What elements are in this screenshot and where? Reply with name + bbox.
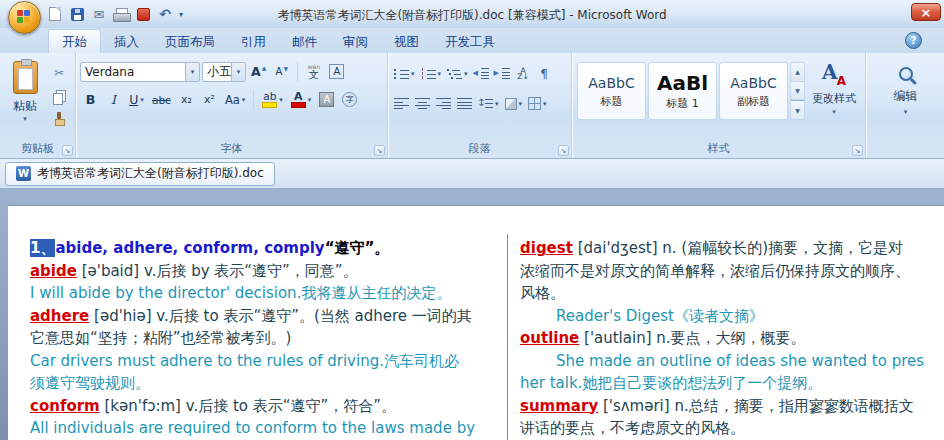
- left-column: 1、abide, adhere, conform, comply“遵守”。abi…: [30, 237, 507, 440]
- doc-line: outline ['autlain] n.要点，大纲，概要。: [520, 327, 944, 350]
- clipboard-dialog-launcher[interactable]: [62, 145, 73, 156]
- clipboard-group: 粘贴 ▾ 剪贴板: [0, 53, 76, 158]
- cut-button[interactable]: [48, 63, 70, 83]
- document-tab-label: 考博英语常考词汇大全(附音标打印版).doc: [37, 165, 264, 182]
- numbering-button[interactable]: [419, 63, 444, 84]
- doc-line: adhere [əd'hiə] v.后接 to 表示“遵守”。(当然 adher…: [30, 305, 507, 328]
- change-styles-button[interactable]: AA 更改样式 ▾: [809, 58, 859, 142]
- decrease-indent-button[interactable]: [472, 63, 491, 84]
- window-title: 考博英语常考词汇大全(附音标打印版).doc [兼容模式] - Microsof…: [160, 7, 784, 24]
- numbered-list-icon: [421, 68, 436, 79]
- text-segment-word: abide: [30, 262, 77, 280]
- grow-font-button[interactable]: [248, 61, 269, 82]
- change-case-button[interactable]: [222, 89, 248, 110]
- character-border-icon: [329, 64, 344, 79]
- office-button[interactable]: [8, 1, 41, 34]
- show-formatting-marks-button[interactable]: [535, 63, 554, 84]
- ribbon-tab-insert[interactable]: 插入: [101, 31, 152, 53]
- increase-indent-button[interactable]: [493, 63, 512, 84]
- font-color-button[interactable]: [288, 89, 315, 110]
- multilevel-list-button[interactable]: [445, 63, 470, 84]
- save-button[interactable]: [68, 5, 86, 23]
- ribbon-tab-mailings[interactable]: 邮件: [279, 31, 330, 53]
- borders-button[interactable]: [526, 93, 549, 114]
- gallery-scroll-up-icon[interactable]: [791, 63, 804, 82]
- enclose-characters-button[interactable]: [339, 89, 360, 110]
- italic-button[interactable]: [103, 89, 124, 110]
- shrink-font-button[interactable]: [271, 61, 292, 82]
- ribbon-tab-page-layout[interactable]: 页面布局: [152, 31, 228, 53]
- ribbon-tab-references[interactable]: 引用: [228, 31, 279, 53]
- font-size-combo[interactable]: 小五: [202, 62, 246, 82]
- multilevel-list-icon: [447, 68, 462, 79]
- copy-icon: [53, 90, 65, 103]
- strikethrough-button[interactable]: [149, 89, 174, 110]
- email-button[interactable]: [90, 5, 108, 23]
- align-right-icon: [436, 98, 451, 109]
- align-left-button[interactable]: [392, 93, 411, 114]
- ribbon-tab-developer[interactable]: 开发工具: [432, 31, 508, 53]
- font-dialog-launcher[interactable]: [374, 145, 385, 156]
- text-segment-def: 浓缩而不是对原文的简单解释，浓缩后仍保持原文的顺序、: [520, 262, 910, 280]
- bullets-button[interactable]: [392, 63, 417, 84]
- style-heading-1[interactable]: AaBl标题 1: [648, 62, 717, 120]
- ribbon-tab-home[interactable]: 开始: [48, 29, 101, 53]
- character-border-button[interactable]: [326, 61, 347, 82]
- text-segment-def: [əd'hiə] v.后接 to 表示“遵守”。(当然 adhere 一词的其: [89, 307, 472, 325]
- doc-line: digest [dai'dʒest] n. (篇幅较长的)摘要，文摘，它是对: [520, 237, 944, 260]
- underline-button[interactable]: [126, 89, 147, 110]
- paragraph-dialog-launcher[interactable]: [558, 145, 569, 156]
- text-segment-ex: her talk.她把自己要谈的想法列了一个提纲。: [520, 374, 822, 392]
- superscript-button[interactable]: [199, 89, 220, 110]
- align-left-icon: [394, 98, 409, 109]
- chevron-down-icon[interactable]: [185, 63, 199, 81]
- styles-group-label: 样式: [572, 141, 865, 156]
- shading-button[interactable]: [503, 93, 525, 114]
- text-segment-word: digest: [520, 239, 573, 257]
- highlight-color-button[interactable]: [259, 89, 286, 110]
- bold-button[interactable]: [80, 89, 101, 110]
- gallery-scroll-down-icon[interactable]: [791, 82, 804, 101]
- print-button[interactable]: [112, 5, 130, 23]
- print-icon: [113, 8, 129, 21]
- change-styles-caret-icon: ▾: [832, 108, 836, 116]
- phonetic-guide-icon: [308, 64, 320, 80]
- doc-line: abide [ə'baid] v.后接 by 表示“遵守”，同意”。: [30, 260, 507, 283]
- help-button[interactable]: [905, 32, 922, 49]
- paste-button[interactable]: 粘贴 ▾: [4, 58, 46, 140]
- font-name-combo[interactable]: Verdana: [80, 62, 200, 82]
- doc-line: her talk.她把自己要谈的想法列了一个提纲。: [520, 372, 944, 395]
- magnifier-icon: [899, 67, 913, 81]
- character-shading-button[interactable]: [316, 89, 337, 110]
- styles-dialog-launcher[interactable]: [852, 145, 863, 156]
- phonetic-guide-button[interactable]: [303, 61, 324, 82]
- sort-button[interactable]: [514, 63, 533, 84]
- style-name: 标题 1: [666, 96, 699, 111]
- close-button[interactable]: [911, 3, 941, 21]
- new-document-button[interactable]: [46, 5, 64, 23]
- editing-button[interactable]: 编辑 ▾: [883, 58, 929, 116]
- document-tab[interactable]: 考博英语常考词汇大全(附音标打印版).doc: [5, 162, 275, 186]
- style-heading[interactable]: AaBbC标题: [577, 62, 646, 120]
- align-right-button[interactable]: [434, 93, 453, 114]
- style-subtitle[interactable]: AaBbC副标题: [719, 62, 788, 120]
- format-painter-button[interactable]: [48, 109, 70, 129]
- line-spacing-button[interactable]: [476, 93, 501, 114]
- copy-button[interactable]: [48, 86, 70, 106]
- styles-gallery-scrollbar: [790, 62, 805, 120]
- page[interactable]: 1、abide, adhere, conform, comply“遵守”。abi…: [8, 205, 944, 440]
- style-preview: AaBbC: [730, 74, 776, 92]
- justify-button[interactable]: [455, 93, 474, 114]
- separator: [253, 90, 254, 110]
- addin-button[interactable]: [134, 5, 152, 23]
- text-segment-ex: All individuals are required to conform …: [30, 419, 475, 437]
- ribbon-tab-view[interactable]: 视图: [381, 31, 432, 53]
- font-color-icon: [291, 91, 306, 108]
- chevron-down-icon[interactable]: [231, 63, 245, 81]
- gallery-more-icon[interactable]: [791, 100, 804, 119]
- paste-clipboard-icon: [13, 61, 38, 94]
- align-center-button[interactable]: [413, 93, 432, 114]
- subscript-button[interactable]: [176, 89, 197, 110]
- doc-line: Car drivers must adhere to the rules of …: [30, 350, 507, 373]
- ribbon-tab-review[interactable]: 审阅: [330, 31, 381, 53]
